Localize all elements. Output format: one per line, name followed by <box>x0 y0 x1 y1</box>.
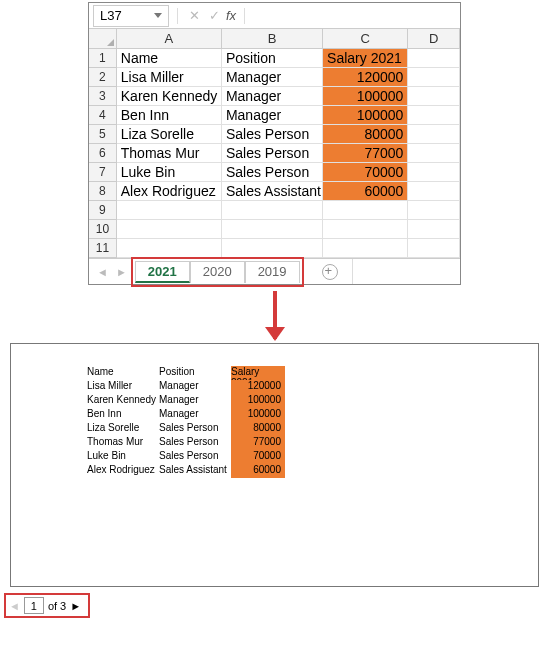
cell[interactable]: 60000 <box>323 182 408 201</box>
cell[interactable]: Ben Inn <box>117 106 222 125</box>
row-header[interactable]: 11 <box>89 239 117 258</box>
cell[interactable]: Sales Person <box>222 144 323 163</box>
cell[interactable]: Lisa Miller <box>117 68 222 87</box>
preview-cell: Lisa Miller <box>87 380 159 394</box>
preview-cell: Thomas Mur <box>87 436 159 450</box>
page-prev-icon[interactable]: ◄ <box>9 600 20 612</box>
cell[interactable] <box>408 163 460 182</box>
new-sheet-button[interactable] <box>322 264 338 280</box>
page-navigator: ◄ of 3 ► <box>4 593 90 618</box>
preview-cell: 60000 <box>231 464 285 478</box>
arrow-down-icon <box>273 291 277 339</box>
sheet-tab-2020[interactable]: 2020 <box>190 261 245 283</box>
cell[interactable] <box>222 201 323 220</box>
tab-nav-prev-icon[interactable]: ◄ <box>93 266 112 278</box>
cell[interactable] <box>408 87 460 106</box>
row-header[interactable]: 5 <box>89 125 117 144</box>
preview-row: Lisa MillerManager120000 <box>87 380 538 394</box>
cell[interactable] <box>408 68 460 87</box>
cell[interactable] <box>117 201 222 220</box>
preview-row: Karen KennedyManager100000 <box>87 394 538 408</box>
cell[interactable] <box>408 106 460 125</box>
col-header[interactable]: C <box>323 29 408 49</box>
cell[interactable] <box>222 239 323 258</box>
cell[interactable]: 77000 <box>323 144 408 163</box>
cell[interactable]: Manager <box>222 68 323 87</box>
cell[interactable] <box>323 201 408 220</box>
table-row: 4Ben InnManager100000 <box>89 106 460 125</box>
sheet-tab-2021[interactable]: 2021 <box>135 261 190 283</box>
row-header[interactable]: 10 <box>89 220 117 239</box>
col-header[interactable]: A <box>117 29 222 49</box>
preview-row: Alex RodriguezSales Assistant60000 <box>87 464 538 478</box>
tab-nav-next-icon[interactable]: ► <box>112 266 131 278</box>
spreadsheet-grid: A B C D 1NamePositionSalary 20212Lisa Mi… <box>89 29 460 258</box>
cell[interactable]: Sales Person <box>222 163 323 182</box>
row-header[interactable]: 1 <box>89 49 117 68</box>
select-all-corner[interactable] <box>89 29 117 49</box>
cell[interactable]: Liza Sorelle <box>117 125 222 144</box>
preview-cell: Manager <box>159 408 231 422</box>
preview-row: Ben InnManager100000 <box>87 408 538 422</box>
preview-cell: Ben Inn <box>87 408 159 422</box>
print-preview: NamePositionSalary 2021Lisa MillerManage… <box>10 343 539 587</box>
cell[interactable] <box>408 201 460 220</box>
accept-icon[interactable]: ✓ <box>206 8 222 23</box>
preview-row: Liza SorelleSales Person80000 <box>87 422 538 436</box>
cell[interactable]: 100000 <box>323 106 408 125</box>
table-row: 6Thomas MurSales Person77000 <box>89 144 460 163</box>
preview-cell: Sales Assistant <box>159 464 231 478</box>
cell[interactable]: Salary 2021 <box>323 49 408 68</box>
row-header[interactable]: 7 <box>89 163 117 182</box>
col-header[interactable]: D <box>408 29 460 49</box>
cell[interactable] <box>117 220 222 239</box>
cell[interactable] <box>323 220 408 239</box>
cell[interactable]: 80000 <box>323 125 408 144</box>
cell[interactable] <box>408 49 460 68</box>
preview-cell: 80000 <box>231 422 285 436</box>
fx-icon[interactable]: fx <box>226 8 236 23</box>
page-next-icon[interactable]: ► <box>70 600 81 612</box>
sheet-tab-bar: ◄ ► 2021 2020 2019 <box>89 258 460 284</box>
cell[interactable]: Karen Kennedy <box>117 87 222 106</box>
cell[interactable] <box>408 220 460 239</box>
cell[interactable]: 120000 <box>323 68 408 87</box>
cell[interactable] <box>323 239 408 258</box>
cell[interactable]: Name <box>117 49 222 68</box>
cell[interactable] <box>408 144 460 163</box>
cell[interactable]: 70000 <box>323 163 408 182</box>
name-box[interactable]: L37 <box>93 5 169 27</box>
row-header[interactable]: 8 <box>89 182 117 201</box>
preview-table: NamePositionSalary 2021Lisa MillerManage… <box>87 366 538 478</box>
cell[interactable] <box>117 239 222 258</box>
cell[interactable] <box>222 220 323 239</box>
row-header[interactable]: 6 <box>89 144 117 163</box>
arrow-annotation <box>0 291 549 339</box>
cell[interactable]: Sales Assistant <box>222 182 323 201</box>
row-header[interactable]: 2 <box>89 68 117 87</box>
cell[interactable] <box>408 182 460 201</box>
row-header[interactable]: 3 <box>89 87 117 106</box>
col-header[interactable]: B <box>222 29 323 49</box>
preview-row: Luke BinSales Person70000 <box>87 450 538 464</box>
cell[interactable]: 100000 <box>323 87 408 106</box>
cell[interactable]: Manager <box>222 106 323 125</box>
cell[interactable]: Thomas Mur <box>117 144 222 163</box>
row-header[interactable]: 4 <box>89 106 117 125</box>
row-header[interactable]: 9 <box>89 201 117 220</box>
preview-cell: Name <box>87 366 159 380</box>
preview-cell: Salary 2021 <box>231 366 285 380</box>
cancel-icon[interactable]: ✕ <box>186 8 202 23</box>
page-current-input[interactable] <box>24 597 44 614</box>
cell[interactable]: Sales Person <box>222 125 323 144</box>
cell[interactable] <box>408 239 460 258</box>
sheet-tab-2019[interactable]: 2019 <box>245 261 300 283</box>
cell[interactable] <box>408 125 460 144</box>
preview-cell: Karen Kennedy <box>87 394 159 408</box>
preview-cell: Manager <box>159 394 231 408</box>
cell[interactable]: Alex Rodriguez <box>117 182 222 201</box>
cell[interactable]: Luke Bin <box>117 163 222 182</box>
cell[interactable]: Position <box>222 49 323 68</box>
sheet-tabs-highlight: 2021 2020 2019 <box>131 257 304 287</box>
cell[interactable]: Manager <box>222 87 323 106</box>
